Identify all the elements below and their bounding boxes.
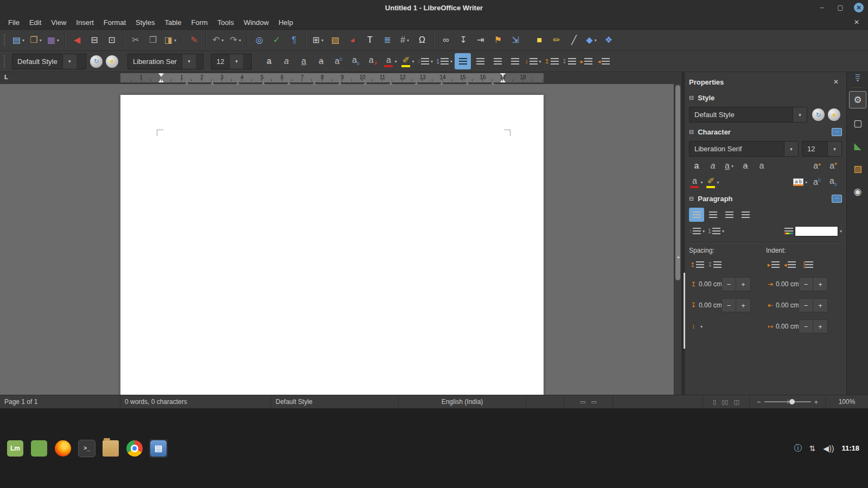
open-button[interactable]: ❒▾ [28,32,44,48]
collapse-icon[interactable]: ⊟ [689,129,694,136]
indent-first-line-increase-button[interactable]: + [813,319,828,333]
spacing-above-decrease-button[interactable]: − [722,277,736,291]
basic-shapes-button[interactable]: ◆▾ [583,32,599,48]
paragraph-background-button[interactable] [784,228,793,234]
menu-format[interactable]: Format [99,17,131,28]
underline-button[interactable]: a▾ [722,159,737,173]
selection-mode-icon[interactable]: ▭ [580,399,585,406]
align-center-button[interactable] [472,53,488,69]
menu-window[interactable]: Window [239,17,273,28]
clear-formatting-button[interactable]: a✗ [365,53,381,69]
insert-comment-button[interactable]: ■ [531,32,547,48]
insert-page-break-button[interactable]: ≣ [379,32,395,48]
decrease-indent-button[interactable]: ◂ [782,258,797,272]
align-justify-button[interactable] [738,208,753,222]
align-justify-button[interactable] [507,53,523,69]
page-number-status[interactable]: Page 1 of 1 [0,395,120,408]
track-changes-button[interactable]: ✏ [548,32,565,48]
collapse-icon[interactable]: ⊟ [689,94,694,101]
sidebar-font-name-combo[interactable]: Liberation Serif ▾ [689,141,799,157]
unordered-list-dropdown[interactable]: ▾ [431,59,433,64]
underline-button[interactable]: a [296,53,312,69]
redo-dropdown[interactable]: ▾ [239,38,241,43]
menu-table[interactable]: Table [159,17,186,28]
sidebar-new-style-button[interactable]: ★ [828,108,840,121]
zoom-slider-track[interactable] [764,401,811,402]
save-dropdown[interactable]: ▾ [57,38,59,43]
spacing-below-increase-button[interactable]: + [736,298,751,312]
redo-button[interactable]: ↷▾ [227,32,244,48]
tab-styles[interactable]: ◣ [850,138,866,154]
line-spacing-dropdown[interactable]: ▾ [700,324,703,329]
cut-button[interactable]: ✂ [127,32,144,48]
font-color-dropdown[interactable]: ▾ [394,59,397,64]
insert-mode-status[interactable] [526,395,564,408]
indent-before-text-increase-button[interactable]: + [813,277,828,291]
save-button[interactable]: ▦▾ [45,32,61,48]
clock[interactable]: 11:18 [841,444,859,452]
align-right-button[interactable] [722,208,737,222]
sidebar-update-style-button[interactable]: ↻ [812,108,825,121]
green-app-launcher[interactable] [30,439,48,458]
volume-icon[interactable]: ◀)) [823,444,834,453]
highlight-color-button[interactable]: ✐▾ [705,175,720,189]
increase-indent-button[interactable]: ▸ [766,258,781,272]
superscript-button[interactable]: ab [809,175,825,189]
spelling-check-button[interactable]: ✓ [269,32,285,48]
sidebar-collapse-arrow[interactable]: ▸ [678,254,680,260]
new-document-button[interactable]: ▤▾ [10,32,27,48]
menu-file[interactable]: File [3,17,24,28]
tab-page[interactable]: ▢ [850,115,866,131]
insert-line-button[interactable]: ╱ [566,32,582,48]
new-document-dropdown[interactable]: ▾ [22,38,24,43]
insert-cross-reference-button[interactable]: ⇲ [507,32,524,48]
strikethrough-button[interactable]: a [313,53,329,69]
vertical-scrollbar-thumb[interactable] [675,85,680,280]
zoom-in-icon[interactable]: + [814,398,819,406]
font-color-button[interactable]: a▾ [382,53,399,69]
close-document-button[interactable]: ✕ [848,18,865,26]
superscript-button[interactable]: ab [330,53,347,69]
highlight-color-dropdown[interactable]: ▾ [717,180,719,185]
subscript-button[interactable]: ab [348,53,364,69]
insert-table-dropdown[interactable]: ▾ [321,38,323,43]
document-modified-icon[interactable]: ▭ [591,399,597,406]
paste-dropdown[interactable]: ▾ [174,38,176,43]
vertical-scrollbar[interactable] [674,84,681,395]
indent-before-text-decrease-button[interactable]: − [799,277,813,291]
character-spacing-dropdown[interactable]: ▾ [805,180,807,185]
bold-button[interactable]: a [261,53,277,69]
copy-button[interactable]: ❐ [145,32,161,48]
paste-button[interactable]: ◨▾ [162,32,178,48]
zoom-slider[interactable]: − + [754,398,821,406]
insert-field-button[interactable]: #▾ [397,32,413,48]
insert-table-button[interactable]: ⊞▾ [310,32,326,48]
multi-page-view-button[interactable]: ▯▯ [722,399,728,406]
update-style-button[interactable]: ↻ [90,55,103,68]
menu-tools[interactable]: Tools [213,17,239,28]
sidebar-font-size-combo[interactable]: 12 ▾ [802,141,842,157]
font-color-dropdown[interactable]: ▾ [700,180,703,185]
paragraph-section-header[interactable]: ⊟ Paragraph ··· [689,191,842,206]
export-pdf-button[interactable]: ◀ [69,32,85,48]
spacing-below-value[interactable]: 0.00 cm [699,301,722,309]
zoom-level-status[interactable]: 100% [826,395,868,408]
document-view[interactable] [0,84,674,395]
menu-view[interactable]: View [46,17,71,28]
hanging-indent-button[interactable]: ▕ [799,258,814,272]
formatting-toolbar-grip[interactable] [4,55,8,67]
indent-first-line-decrease-button[interactable]: − [799,319,813,333]
increase-indent-button[interactable]: ▸ [578,53,595,69]
open-dropdown[interactable]: ▾ [40,38,42,43]
unordered-list-button[interactable]: ∶▾ [417,53,434,69]
paragraph-spacing-increase-button[interactable]: ↥ [544,53,560,69]
paragraph-style-combo[interactable]: Default Style ▾ [12,54,86,69]
ordered-list-dropdown[interactable]: ▾ [450,59,452,64]
increase-font-size-button[interactable]: a▴ [809,159,825,173]
ordered-list-button[interactable]: 1▾ [435,53,454,69]
insert-chart-button[interactable]: ◕ [344,32,361,48]
page-style-status[interactable]: Default Style [271,395,399,408]
font-color-button[interactable]: a▾ [689,175,704,189]
spacing-above-increase-button[interactable]: + [736,277,751,291]
paragraph-background-swatch[interactable] [795,226,838,236]
